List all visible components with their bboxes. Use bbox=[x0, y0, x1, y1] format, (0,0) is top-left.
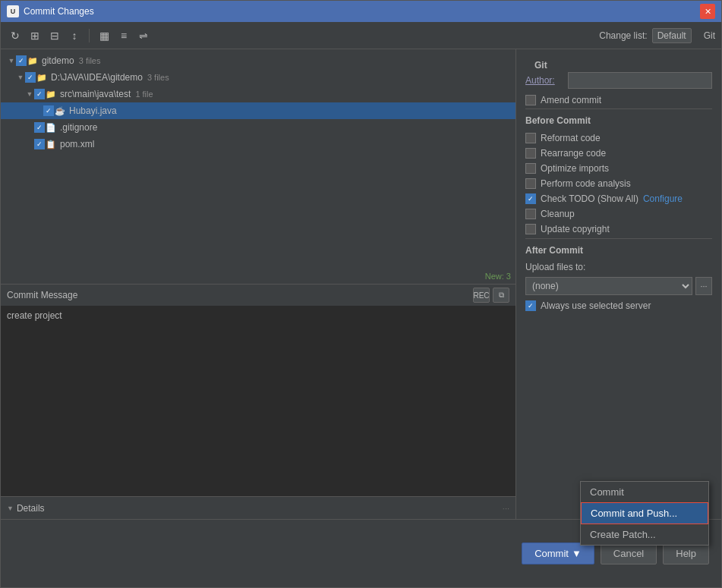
label-analysis: Perform code analysis bbox=[541, 178, 631, 189]
option-analysis[interactable]: Perform code analysis bbox=[525, 178, 712, 190]
amend-label: Amend commit bbox=[541, 95, 601, 105]
upload-dropdown-row: (none) ··· bbox=[525, 277, 712, 295]
details-section[interactable]: ▼ Details ··· bbox=[1, 496, 515, 519]
expand-arrow bbox=[25, 124, 34, 131]
amend-row[interactable]: Amend commit bbox=[525, 95, 712, 105]
cancel-button[interactable]: Cancel bbox=[601, 542, 657, 564]
tree-checkbox-pomxml[interactable]: ✓ bbox=[34, 139, 45, 149]
tree-label-gitdemo: gitdemo bbox=[42, 55, 74, 66]
section-divider-1 bbox=[525, 108, 712, 109]
commit-dropdown-menu: Commit Commit and Push... Create Patch..… bbox=[580, 481, 709, 546]
git-label: Git bbox=[704, 30, 715, 41]
changelist-label: Change list: bbox=[599, 30, 647, 41]
bottom-buttons: Commit ▼ Cancel Help bbox=[522, 542, 709, 564]
tree-label-gitignore: .gitignore bbox=[60, 122, 97, 133]
help-button[interactable]: Help bbox=[663, 542, 709, 564]
upload-label: Upload files to: bbox=[525, 262, 712, 272]
toolbar-expand-btn[interactable]: ⊞ bbox=[27, 27, 43, 44]
tree-item-path[interactable]: ▼ ✓ 📁 D:\JAVA\IDEA\gitdemo 3 files bbox=[1, 69, 515, 86]
commit-message-input[interactable]: create project bbox=[1, 306, 515, 496]
option-copyright[interactable]: Update copyright bbox=[525, 223, 712, 235]
title-bar-left: U Commit Changes bbox=[7, 5, 94, 17]
tree-checkbox-src[interactable]: ✓ bbox=[34, 89, 45, 99]
java-file-icon: ☕ bbox=[54, 105, 66, 117]
details-dots: ··· bbox=[503, 504, 509, 513]
label-optimize: Optimize imports bbox=[541, 163, 609, 174]
cb-reformat[interactable] bbox=[525, 133, 536, 143]
toolbar-refresh-btn[interactable]: ↻ bbox=[7, 27, 24, 44]
tree-label-src: src\main\java\test bbox=[60, 89, 131, 99]
tree-item-pomxml[interactable]: ✓ 📋 pom.xml bbox=[1, 136, 515, 153]
commit-msg-copy-btn[interactable]: ⧉ bbox=[493, 288, 509, 303]
close-button[interactable]: ✕ bbox=[700, 4, 715, 19]
before-commit-label: Before Commit bbox=[525, 115, 712, 126]
upload-more-btn[interactable]: ··· bbox=[695, 277, 712, 295]
dropdown-commit[interactable]: Commit bbox=[581, 482, 708, 502]
expand-arrow bbox=[34, 107, 43, 115]
window-icon: U bbox=[7, 5, 19, 17]
toolbar-filter-btn[interactable]: ≡ bbox=[115, 27, 132, 44]
title-bar: U Commit Changes ✕ bbox=[1, 1, 721, 22]
commit-button[interactable]: Commit ▼ bbox=[522, 542, 594, 564]
cb-always-server[interactable]: ✓ bbox=[525, 300, 536, 311]
tree-item-src[interactable]: ▼ ✓ 📁 src\main\java\test 1 file bbox=[1, 86, 515, 102]
configure-link[interactable]: Configure bbox=[643, 193, 683, 204]
dropdown-create-patch[interactable]: Create Patch... bbox=[581, 524, 708, 545]
label-reformat: Reformat code bbox=[541, 133, 601, 143]
commit-message-header: Commit Message REC ⧉ bbox=[1, 285, 515, 306]
cb-cleanup[interactable] bbox=[525, 209, 536, 219]
tree-info-path: 3 files bbox=[147, 73, 169, 82]
tree-item-hubayi[interactable]: ✓ ☕ Hubayi.java bbox=[1, 102, 515, 119]
cb-analysis[interactable] bbox=[525, 178, 536, 189]
ignore-file-icon: 📄 bbox=[45, 121, 57, 134]
details-label: Details bbox=[17, 503, 45, 514]
tree-label-hubayi: Hubayi.java bbox=[69, 105, 117, 116]
option-reformat[interactable]: Reformat code bbox=[525, 132, 712, 144]
git-section-title: Git bbox=[525, 55, 712, 72]
toolbar-sep-1 bbox=[89, 29, 90, 42]
tree-checkbox-path[interactable]: ✓ bbox=[25, 72, 36, 83]
toolbar-move-btn[interactable]: ↕ bbox=[66, 27, 83, 44]
label-cleanup: Cleanup bbox=[541, 209, 575, 219]
expand-arrow: ▼ bbox=[16, 74, 25, 81]
main-content: ▼ ✓ 📁 gitdemo 3 files ▼ ✓ 📁 D:\JAVA\IDEA… bbox=[1, 49, 721, 519]
new-badge: New: 3 bbox=[485, 272, 511, 281]
changelist-dropdown[interactable]: Default bbox=[652, 28, 692, 43]
author-input[interactable] bbox=[568, 72, 712, 89]
option-always-server[interactable]: ✓ Always use selected server bbox=[525, 300, 712, 312]
folder-icon: 📁 bbox=[36, 71, 48, 83]
option-optimize[interactable]: Optimize imports bbox=[525, 162, 712, 175]
toolbar: ↻ ⊞ ⊟ ↕ ▦ ≡ ⇌ Change list: Default Git bbox=[1, 22, 721, 49]
cb-copyright[interactable] bbox=[525, 224, 536, 234]
changelist-section: Change list: Default Git bbox=[599, 28, 715, 43]
tree-item-gitdemo[interactable]: ▼ ✓ 📁 gitdemo 3 files bbox=[1, 52, 515, 69]
upload-select[interactable]: (none) bbox=[525, 277, 692, 295]
option-rearrange[interactable]: Rearrange code bbox=[525, 147, 712, 159]
tree-checkbox-hubayi[interactable]: ✓ bbox=[43, 105, 54, 116]
folder-icon: 📁 bbox=[27, 55, 39, 67]
amend-checkbox[interactable] bbox=[525, 95, 536, 105]
tree-checkbox-gitdemo[interactable]: ✓ bbox=[16, 55, 27, 66]
expand-arrow: ▼ bbox=[7, 57, 16, 64]
commit-arrow: ▼ bbox=[572, 548, 582, 559]
commit-msg-rec-btn[interactable]: REC bbox=[473, 288, 490, 303]
tree-item-gitignore[interactable]: ✓ 📄 .gitignore bbox=[1, 119, 515, 136]
dropdown-commit-push[interactable]: Commit and Push... bbox=[581, 502, 708, 524]
option-cleanup[interactable]: Cleanup bbox=[525, 208, 712, 220]
section-divider-2 bbox=[525, 238, 712, 239]
toolbar-diff-btn[interactable]: ⇌ bbox=[135, 27, 152, 44]
cb-todo[interactable]: ✓ bbox=[525, 193, 536, 204]
option-todo[interactable]: ✓ Check TODO (Show All) Configure bbox=[525, 193, 712, 205]
window-title: Commit Changes bbox=[24, 6, 94, 17]
tree-checkbox-gitignore[interactable]: ✓ bbox=[34, 122, 45, 133]
git-section: Git Author: Amend commit Before Commit bbox=[516, 49, 721, 321]
bottom-bar: Commit Commit and Push... Create Patch..… bbox=[1, 519, 721, 587]
toolbar-show-btn[interactable]: ▦ bbox=[96, 27, 112, 44]
toolbar-collapse-btn[interactable]: ⊟ bbox=[46, 27, 63, 44]
commit-message-buttons: REC ⧉ bbox=[473, 288, 509, 303]
label-always-server: Always use selected server bbox=[541, 300, 651, 311]
cb-optimize[interactable] bbox=[525, 163, 536, 174]
cb-rearrange[interactable] bbox=[525, 148, 536, 159]
tree-info-src: 1 file bbox=[135, 90, 153, 99]
tree-label-pomxml: pom.xml bbox=[60, 139, 94, 149]
